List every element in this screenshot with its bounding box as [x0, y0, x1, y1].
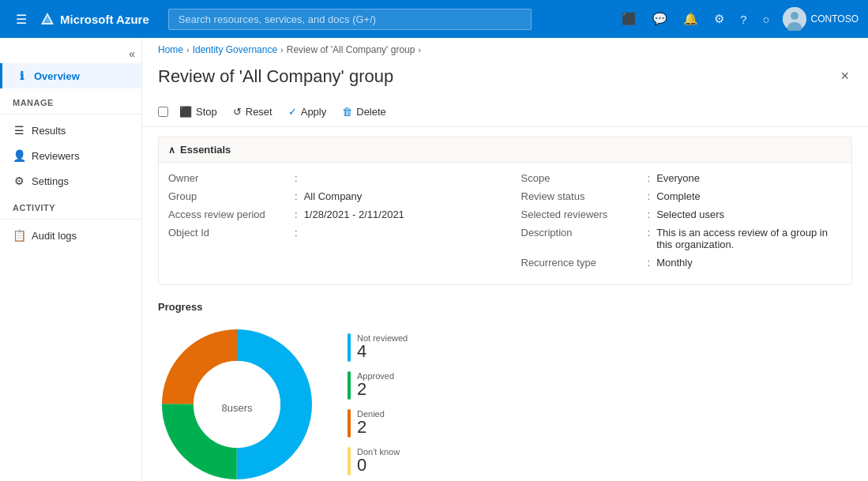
hamburger-icon[interactable]: ☰	[9, 9, 33, 30]
sidebar-item-results[interactable]: ☰ Results	[0, 118, 141, 143]
review-status-label: Review status	[521, 190, 648, 202]
essentials-title: Essentials	[180, 144, 231, 156]
group-label: Group	[168, 190, 295, 202]
sidebar-item-overview-label: Overview	[34, 70, 80, 82]
essentials-content: Owner : Group : All Company Access revie…	[159, 163, 851, 284]
legend-bar-denied	[348, 409, 351, 438]
essentials-chevron-icon: ∧	[168, 145, 175, 156]
group-value: All Company	[304, 190, 363, 202]
topbar-icons: ⬛ 💬 🔔 ⚙ ? ○ CONTOSO	[615, 7, 859, 31]
username-label: CONTOSO	[811, 13, 859, 24]
sidebar: « ℹ Overview Manage ☰ Results 👤 Reviewer…	[0, 38, 142, 481]
logo-text: Microsoft Azure	[60, 13, 149, 26]
donut-center-label: 8users	[221, 393, 252, 417]
settings-icon[interactable]: ⚙	[708, 7, 731, 31]
select-all-checkbox[interactable]	[158, 107, 168, 117]
essentials-left: Owner : Group : All Company Access revie…	[168, 172, 490, 275]
legend-bar-approved	[348, 371, 351, 400]
delete-label: Delete	[356, 106, 386, 118]
account-icon[interactable]: ○	[756, 8, 776, 31]
feedback-icon[interactable]: 💬	[646, 7, 674, 31]
legend-text-approved: Approved 2	[357, 371, 394, 398]
sidebar-item-audit-label: Audit logs	[32, 230, 77, 242]
stop-button[interactable]: ⬛ Stop	[171, 102, 225, 122]
svg-point-1	[791, 12, 798, 20]
delete-button[interactable]: 🗑 Delete	[334, 102, 394, 122]
apply-label: Apply	[301, 106, 327, 118]
breadcrumb-home[interactable]: Home	[158, 44, 183, 55]
overview-icon: ℹ	[15, 70, 28, 82]
selected-reviewers-value: Selected users	[656, 209, 724, 220]
reset-label: Reset	[246, 106, 272, 118]
reviewers-icon: 👤	[13, 149, 25, 162]
legend-item-denied: Denied 2	[348, 409, 408, 438]
recurrence-label: Recurrence type	[521, 257, 648, 269]
legend-text-dont-know: Don't know 0	[357, 447, 400, 474]
scope-label: Scope	[521, 172, 648, 184]
sidebar-divider-2	[0, 219, 141, 220]
delete-icon: 🗑	[342, 106, 352, 118]
donut-users-label: users	[227, 402, 253, 414]
scope-value: Everyone	[656, 172, 700, 184]
notifications-icon[interactable]: 🔔	[677, 7, 705, 31]
legend-text-not-reviewed: Not reviewed 4	[357, 333, 408, 360]
breadcrumb-sep-3: ›	[418, 45, 421, 54]
description-label: Description	[521, 227, 648, 239]
page-title: Review of 'All Company' group	[158, 66, 393, 87]
period-value: 1/28/2021 - 2/11/2021	[304, 209, 404, 220]
legend-count-dont-know: 0	[357, 457, 400, 474]
recurrence-value: Monthly	[656, 257, 693, 269]
sidebar-item-settings[interactable]: ⚙ Settings	[0, 168, 141, 194]
sidebar-item-settings-label: Settings	[32, 175, 69, 187]
help-icon[interactable]: ?	[734, 8, 753, 31]
essentials-header[interactable]: ∧ Essentials	[159, 137, 851, 163]
activity-section-label: Activity	[0, 194, 141, 216]
essentials-right: Scope : Everyone Review status : Complet…	[521, 172, 843, 275]
manage-section-label: Manage	[0, 88, 141, 111]
content-area: Home › Identity Governance › Review of '…	[142, 38, 868, 481]
topbar: ☰ Microsoft Azure ⬛ 💬 🔔 ⚙ ? ○ CONTOSO	[0, 0, 868, 38]
objectid-label: Object Id	[168, 227, 295, 239]
toolbar: ⬛ Stop ↺ Reset ✓ Apply 🗑 Delete	[142, 97, 868, 127]
essentials-row-objectid: Object Id :	[168, 227, 490, 239]
breadcrumb-identity-governance[interactable]: Identity Governance	[193, 44, 277, 55]
essentials-row-recurrence: Recurrence type : Monthly	[521, 257, 843, 269]
essentials-section: ∧ Essentials Owner : Group : All Company	[158, 137, 852, 285]
progress-section: Progress	[158, 301, 852, 481]
sidebar-item-overview[interactable]: ℹ Overview	[0, 63, 141, 88]
sidebar-collapse[interactable]: «	[0, 44, 141, 63]
sidebar-item-reviewers-label: Reviewers	[32, 150, 80, 162]
essentials-row-period: Access review period : 1/28/2021 - 2/11/…	[168, 209, 490, 220]
review-status-value: Complete	[656, 190, 701, 202]
apply-button[interactable]: ✓ Apply	[280, 102, 335, 122]
breadcrumb-sep-1: ›	[186, 45, 190, 54]
close-button[interactable]: ×	[837, 65, 852, 88]
essentials-row-group: Group : All Company	[168, 190, 490, 202]
essentials-row-review-status: Review status : Complete	[521, 190, 843, 202]
legend-count-not-reviewed: 4	[357, 343, 408, 360]
donut-chart: 8users	[158, 325, 316, 481]
progress-title: Progress	[158, 301, 852, 313]
page-header: Review of 'All Company' group ×	[142, 62, 868, 97]
collapse-icon[interactable]: «	[129, 47, 135, 60]
legend-count-approved: 2	[357, 381, 394, 398]
stop-icon: ⬛	[179, 106, 192, 118]
legend-item-dont-know: Don't know 0	[348, 447, 408, 475]
description-value: This is an access review of a group in t…	[656, 227, 842, 250]
cloud-shell-icon[interactable]: ⬛	[615, 7, 643, 31]
legend-text-denied: Denied 2	[357, 409, 385, 436]
search-input[interactable]	[168, 9, 532, 30]
reset-button[interactable]: ↺ Reset	[225, 102, 280, 122]
sidebar-item-audit-logs[interactable]: 📋 Audit logs	[0, 223, 141, 248]
owner-label: Owner	[168, 172, 295, 184]
audit-icon: 📋	[13, 229, 25, 242]
sidebar-item-reviewers[interactable]: 👤 Reviewers	[0, 143, 141, 168]
breadcrumb-sep-2: ›	[280, 45, 284, 54]
avatar[interactable]	[783, 7, 806, 31]
main-container: « ℹ Overview Manage ☰ Results 👤 Reviewer…	[0, 38, 868, 481]
essentials-row-owner: Owner :	[168, 172, 490, 184]
essentials-row-description: Description : This is an access review o…	[521, 227, 843, 250]
essentials-row-scope: Scope : Everyone	[521, 172, 843, 184]
breadcrumb: Home › Identity Governance › Review of '…	[142, 38, 868, 62]
selected-reviewers-label: Selected reviewers	[521, 209, 648, 220]
